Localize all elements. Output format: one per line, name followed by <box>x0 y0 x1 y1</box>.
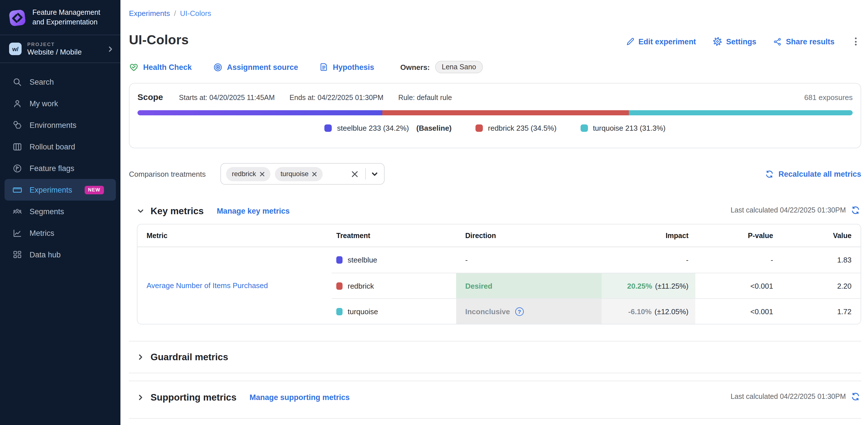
breadcrumb: Experiments / UI-Colors <box>129 9 211 18</box>
manage-supporting-metrics-link[interactable]: Manage supporting metrics <box>250 393 350 401</box>
breadcrumb-experiments[interactable]: Experiments <box>129 9 170 18</box>
exposures-count: 681 exposures <box>804 93 852 102</box>
chip-turquoise[interactable]: turquoise <box>275 167 323 181</box>
supporting-metrics-last-calculated: Last calculated 04/22/2025 01:30PM <box>731 392 860 401</box>
sidebar-item-metrics[interactable]: Metrics <box>4 222 116 244</box>
col-header-value: Value <box>773 224 861 247</box>
people-icon <box>12 207 22 216</box>
treatment-cell: turquoise <box>332 298 456 324</box>
split-logo-icon <box>8 8 27 27</box>
legend-item-redbrick: redbrick 235 (34.5%) <box>475 124 556 132</box>
sidebar-item-rollout-board[interactable]: Rollout board <box>4 136 116 157</box>
manage-key-metrics-link[interactable]: Manage key metrics <box>217 207 290 215</box>
legend-swatch <box>580 124 588 132</box>
share-results-button[interactable]: Share results <box>773 37 835 46</box>
breadcrumb-current[interactable]: UI-Colors <box>180 9 211 18</box>
metric-name-link[interactable]: Average Number of Items Purchased <box>137 247 332 324</box>
treatment-distribution-bar <box>137 110 852 115</box>
legend-item-turquoise: turquoise 213 (31.3%) <box>580 124 665 132</box>
line-chart-icon <box>12 228 22 238</box>
treatment-cell: redbrick <box>332 273 456 298</box>
legend-item-steelblue: steelblue 233 (34.2%) (Baseline) <box>324 124 452 132</box>
treatment-cell: steelblue <box>332 247 456 273</box>
col-header-direction: Direction <box>456 224 601 247</box>
edit-experiment-button[interactable]: Edit experiment <box>626 37 696 46</box>
scope-card: Scope Starts at: 04/20/2025 11:45AM Ends… <box>129 83 861 148</box>
comparison-treatments-row: Comparison treatments redbrick turquoise… <box>129 163 861 185</box>
close-icon[interactable] <box>312 171 317 176</box>
col-header-treatment: Treatment <box>332 224 456 247</box>
value-cell: 1.72 <box>773 298 861 324</box>
sidebar-item-feature-flags[interactable]: Feature flags <box>4 157 116 179</box>
chevron-right-icon <box>107 46 114 52</box>
sidebar-item-my-work[interactable]: My work <box>4 93 116 114</box>
treatment-swatch <box>336 282 343 290</box>
guardrail-metrics-header: Guardrail metrics <box>137 348 228 365</box>
pvalue-cell: - <box>695 247 773 273</box>
direction-cell: - <box>456 247 601 273</box>
hypothesis-link[interactable]: Hypothesis <box>319 62 374 71</box>
sidebar: Feature Management and Experimentation w… <box>0 0 120 425</box>
guardrail-metrics-title: Guardrail metrics <box>151 352 228 362</box>
scope-rule: Rule: default rule <box>398 94 452 102</box>
more-options-button[interactable] <box>851 35 860 48</box>
supporting-metrics-title: Supporting metrics <box>151 392 237 402</box>
impact-cell: -6.10% (±12.05%) <box>601 298 695 324</box>
heart-check-icon <box>129 62 138 72</box>
grid-icon <box>12 250 22 260</box>
chevron-right-icon[interactable] <box>137 353 144 361</box>
breadcrumb-separator: / <box>174 9 176 18</box>
project-name: Website / Mobile <box>27 48 82 56</box>
pencil-icon <box>626 37 634 46</box>
sidebar-item-segments[interactable]: Segments <box>4 201 116 222</box>
key-metrics-last-calculated: Last calculated 04/22/2025 01:30PM <box>731 206 860 215</box>
refresh-icon[interactable] <box>851 206 860 215</box>
search-icon <box>12 77 22 87</box>
comparison-treatments-select[interactable]: redbrick turquoise <box>220 163 384 185</box>
pvalue-cell: <0.001 <box>695 273 773 298</box>
chevron-down-icon[interactable] <box>137 207 144 214</box>
treatment-swatch <box>336 308 343 315</box>
refresh-icon[interactable] <box>851 392 860 401</box>
flag-circle-icon <box>12 163 22 173</box>
assignment-source-link[interactable]: Assignment source <box>213 62 298 72</box>
project-switcher[interactable]: w/ PROJECT Website / Mobile <box>0 35 120 62</box>
legend-swatch <box>324 124 332 132</box>
sidebar-item-experiments[interactable]: Experiments NEW <box>4 179 116 201</box>
health-check-link[interactable]: Health Check <box>129 62 192 72</box>
share-icon <box>773 37 782 46</box>
impact-cell: 20.25% (±11.25%) <box>601 273 695 298</box>
bar-segment-steelblue <box>137 110 382 115</box>
treatment-swatch <box>336 256 343 264</box>
close-icon[interactable] <box>259 171 265 176</box>
comparison-treatments-label: Comparison treatments <box>129 170 206 178</box>
direction-cell: Desired <box>456 273 601 298</box>
project-badge: w/ <box>9 42 22 55</box>
col-header-impact: Impact <box>601 224 695 247</box>
target-icon <box>213 62 222 72</box>
help-icon[interactable]: ? <box>515 307 524 315</box>
page-title: UI-Colors <box>129 32 189 48</box>
owner-pill[interactable]: Lena Sano <box>435 61 483 73</box>
bar-segment-turquoise <box>629 110 852 115</box>
sidebar-item-search[interactable]: Search <box>4 71 116 93</box>
chip-redbrick[interactable]: redbrick <box>226 167 270 181</box>
col-header-pvalue: P-value <box>695 224 773 247</box>
chevron-down-icon[interactable] <box>371 170 378 178</box>
settings-button[interactable]: Settings <box>713 37 756 46</box>
baseline-tag: (Baseline) <box>416 124 452 132</box>
sidebar-item-environments[interactable]: Environments <box>4 114 116 136</box>
recalculate-all-metrics-button[interactable]: Recalculate all metrics <box>766 170 861 178</box>
bar-segment-redbrick <box>382 110 629 115</box>
clear-all-icon[interactable] <box>350 169 360 179</box>
scope-ends-at: Ends at: 04/22/2025 01:30PM <box>289 94 383 102</box>
sidebar-item-data-hub[interactable]: Data hub <box>4 244 116 265</box>
gear-icon <box>713 37 722 46</box>
supporting-metrics-header: Supporting metrics Manage supporting met… <box>137 389 350 406</box>
chevron-right-icon[interactable] <box>137 393 144 401</box>
impact-cell: - <box>601 247 695 273</box>
treatment-legend: steelblue 233 (34.2%) (Baseline) redbric… <box>129 124 861 132</box>
app-logo-row[interactable]: Feature Management and Experimentation <box>0 0 120 35</box>
scope-title: Scope <box>137 92 163 102</box>
pvalue-cell: <0.001 <box>695 298 773 324</box>
